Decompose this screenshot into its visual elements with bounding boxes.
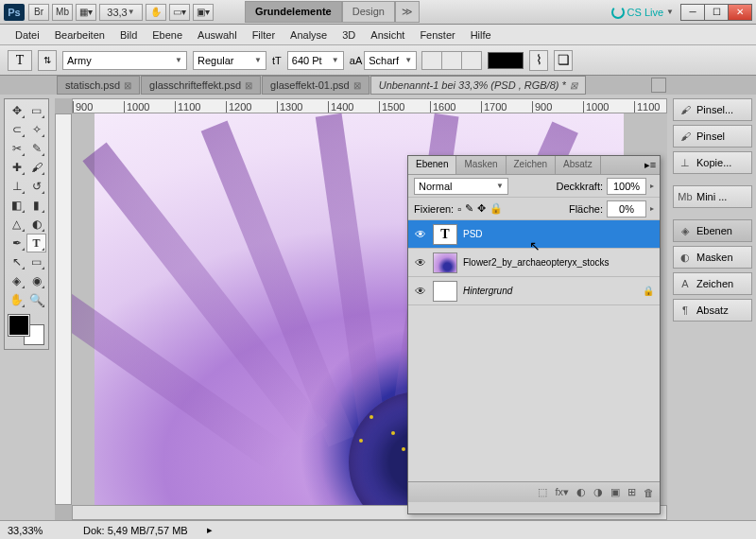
opacity-input[interactable]: 100%: [607, 178, 646, 195]
3d-tool[interactable]: ◈: [7, 271, 26, 290]
lock-transparency-icon[interactable]: ▫: [457, 203, 461, 215]
heal-tool[interactable]: ✚: [7, 158, 26, 177]
menu-filter[interactable]: Filter: [245, 26, 283, 43]
layer-name[interactable]: Hintergrund: [463, 286, 643, 296]
panel-tab-masken[interactable]: Masken: [456, 156, 506, 174]
font-family-select[interactable]: Army▼: [62, 51, 187, 70]
dock-item-mini[interactable]: MbMini ...: [673, 185, 752, 208]
workspace-tab-design[interactable]: Design: [342, 1, 395, 23]
align-right-button[interactable]: [461, 51, 482, 70]
character-panel-button[interactable]: ❏: [554, 50, 573, 71]
doc-tab[interactable]: glaseffekt-01.psd⊠: [262, 76, 369, 95]
ruler-vertical[interactable]: [55, 113, 72, 505]
view-extras-button[interactable]: ▦▾: [76, 4, 96, 21]
stamp-tool[interactable]: ⊥: [7, 177, 26, 196]
menu-3d[interactable]: 3D: [335, 26, 363, 43]
doc-tab-scroll[interactable]: [651, 78, 666, 93]
lasso-tool[interactable]: ⊂: [7, 120, 26, 139]
opacity-flyout[interactable]: ▸: [650, 182, 654, 190]
workspace-more[interactable]: ≫: [395, 1, 420, 23]
bridge-button[interactable]: Br: [28, 4, 49, 21]
menu-ansicht[interactable]: Ansicht: [363, 26, 412, 43]
lock-all-icon[interactable]: 🔒: [490, 202, 503, 215]
dock-item-masken[interactable]: ◐Masken: [673, 246, 752, 269]
link-layers-icon[interactable]: ⬚: [538, 486, 547, 498]
zoom-dropdown[interactable]: 33,3 ▼: [99, 4, 143, 21]
dodge-tool[interactable]: ◐: [26, 215, 46, 234]
panel-menu-button[interactable]: ▸≡: [641, 156, 660, 174]
close-icon[interactable]: ⊠: [124, 80, 131, 91]
mask-icon[interactable]: ◐: [576, 486, 586, 498]
close-button[interactable]: ✕: [728, 4, 752, 21]
marquee-tool[interactable]: ▭: [26, 101, 46, 120]
eraser-tool[interactable]: ◧: [7, 196, 26, 215]
close-icon[interactable]: ⊠: [245, 80, 252, 91]
menu-ebene[interactable]: Ebene: [145, 26, 190, 43]
panel-tab-zeichen[interactable]: Zeichen: [507, 156, 557, 174]
hand-tool[interactable]: ✋: [7, 290, 26, 309]
panel-tab-ebenen[interactable]: Ebenen: [408, 156, 456, 174]
crop-tool[interactable]: ✂: [7, 139, 26, 158]
screen-mode-button[interactable]: ▣▾: [193, 4, 214, 21]
menu-hilfe[interactable]: Hilfe: [463, 26, 499, 43]
path-select-tool[interactable]: ↖: [7, 252, 26, 271]
type-tool[interactable]: T: [26, 234, 46, 252]
lock-position-icon[interactable]: ✥: [477, 202, 486, 215]
maximize-button[interactable]: ☐: [704, 4, 729, 21]
group-icon[interactable]: ▣: [610, 486, 620, 498]
ruler-horizontal[interactable]: 9001000110012001300140015001600170090010…: [72, 98, 667, 113]
history-brush-tool[interactable]: ↺: [26, 177, 46, 196]
layers-empty-area[interactable]: [408, 305, 660, 481]
status-flyout[interactable]: ▸: [207, 524, 213, 536]
trash-icon[interactable]: 🗑: [644, 487, 654, 498]
move-tool[interactable]: ✥: [7, 101, 26, 120]
blur-tool[interactable]: △: [7, 215, 26, 234]
warp-text-button[interactable]: ⌇: [529, 50, 548, 71]
tool-preset-button[interactable]: T: [8, 50, 32, 71]
menu-auswahl[interactable]: Auswahl: [190, 26, 245, 43]
fill-flyout[interactable]: ▸: [650, 204, 654, 213]
layer-row[interactable]: 👁TPSD: [408, 220, 660, 249]
dock-item-pinsel[interactable]: 🖌Pinsel...: [673, 98, 752, 121]
color-swatches[interactable]: [7, 313, 46, 347]
close-icon[interactable]: ⊠: [353, 80, 361, 91]
layer-row[interactable]: 👁Hintergrund🔒: [408, 277, 660, 305]
orientation-button[interactable]: ⇅: [38, 50, 57, 71]
close-icon[interactable]: ⊠: [570, 80, 577, 91]
shape-tool[interactable]: ▭: [26, 252, 46, 271]
new-layer-icon[interactable]: ⊞: [627, 486, 636, 498]
arrange-button[interactable]: ▭▾: [169, 4, 190, 21]
panel-tab-absatz[interactable]: Absatz: [556, 156, 601, 174]
status-doc-info[interactable]: Dok: 5,49 MB/7,57 MB: [83, 525, 188, 536]
font-style-select[interactable]: Regular▼: [193, 51, 266, 70]
3d-camera-tool[interactable]: ◉: [26, 271, 46, 290]
layer-name[interactable]: Flower2_by_archaeopteryx_stocks: [463, 257, 654, 268]
dock-item-ebenen[interactable]: ◈Ebenen: [673, 219, 752, 242]
layer-row[interactable]: 👁Flower2_by_archaeopteryx_stocks: [408, 249, 660, 277]
wand-tool[interactable]: ✧: [26, 120, 46, 139]
minimize-button[interactable]: ─: [680, 4, 705, 21]
dock-item-zeichen[interactable]: AZeichen: [673, 272, 752, 295]
doc-tab[interactable]: statisch.psd⊠: [57, 76, 140, 95]
layer-thumbnail[interactable]: T: [433, 224, 457, 245]
fill-input[interactable]: 0%: [607, 200, 646, 217]
zoom-tool[interactable]: 🔍: [26, 290, 46, 309]
gradient-tool[interactable]: ▮: [26, 196, 46, 215]
visibility-icon[interactable]: 👁: [408, 256, 433, 270]
text-color-swatch[interactable]: [488, 52, 524, 69]
menu-bild[interactable]: Bild: [112, 26, 145, 43]
doc-tab[interactable]: glasschrifteffekt.psd⊠: [141, 76, 261, 95]
lock-pixels-icon[interactable]: ✎: [465, 202, 473, 215]
status-zoom[interactable]: 33,33%: [8, 525, 64, 536]
menu-fenster[interactable]: Fenster: [412, 26, 462, 43]
menu-datei[interactable]: Datei: [8, 26, 47, 43]
antialiasing-select[interactable]: Scharf▼: [364, 51, 417, 70]
font-size-select[interactable]: 640 Pt▼: [287, 51, 344, 70]
minibridge-button[interactable]: Mb: [52, 4, 73, 21]
layer-name[interactable]: PSD: [463, 229, 654, 239]
menu-analyse[interactable]: Analyse: [283, 26, 335, 43]
blend-mode-select[interactable]: Normal▼: [414, 178, 508, 195]
dock-item-absatz[interactable]: ¶Absatz: [673, 299, 752, 322]
layer-thumbnail[interactable]: [433, 281, 457, 302]
pen-tool[interactable]: ✒: [7, 234, 26, 252]
